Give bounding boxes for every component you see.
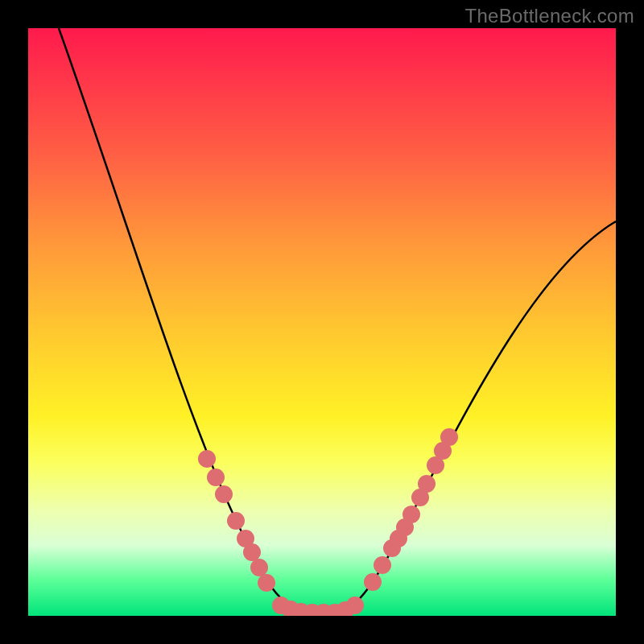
scatter-point	[440, 428, 458, 446]
bottleneck-curve	[59, 28, 616, 614]
scatter-point	[402, 506, 420, 523]
scatter-point	[364, 573, 382, 591]
watermark-text: TheBottleneck.com	[464, 5, 634, 27]
scatter-point	[258, 574, 275, 592]
scatter-point	[250, 559, 268, 576]
scatter-point	[207, 469, 225, 486]
scatter-point	[215, 485, 233, 503]
scatter-point	[243, 543, 261, 561]
scatter-point	[374, 556, 391, 574]
bottleneck-curve-svg	[28, 28, 616, 616]
scatter-point	[346, 597, 364, 614]
scatter-point	[418, 475, 436, 493]
chart-frame: TheBottleneck.com	[0, 0, 644, 644]
scatter-group	[198, 428, 458, 616]
scatter-point	[198, 450, 216, 468]
bottleneck-plot-area	[28, 28, 616, 616]
scatter-point	[227, 512, 245, 530]
